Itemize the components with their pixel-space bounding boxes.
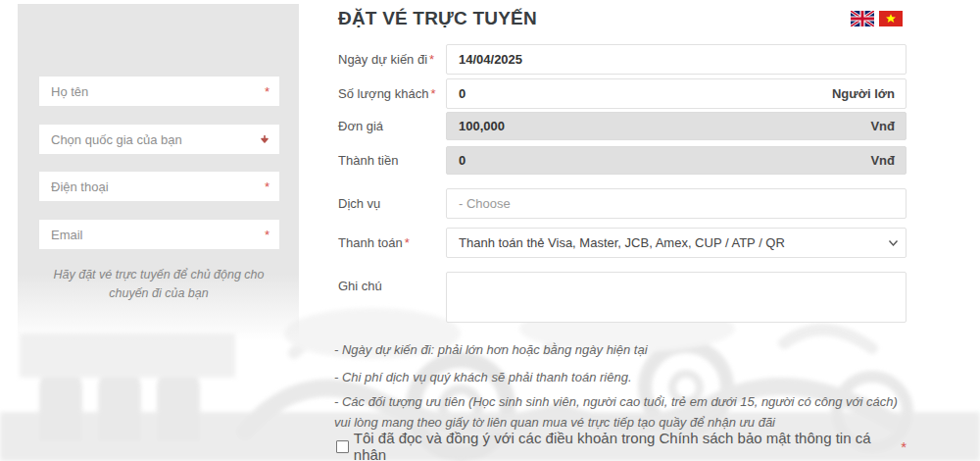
language-switcher (851, 11, 903, 26)
payment-select[interactable] (446, 228, 906, 258)
privacy-agreement[interactable]: Tôi đã đọc và đồng ý với các điều khoản … (336, 430, 906, 461)
phone-input[interactable] (39, 172, 263, 201)
row-unit-price: Đơn giá Vnđ (323, 112, 906, 140)
unit-price-input (446, 112, 906, 140)
row-service: Dịch vụ (323, 188, 906, 219)
notes-textarea[interactable] (446, 272, 906, 323)
booking-form: ĐẶT VÉ TRỰC TUYẾN Ngày dự kiến đi* (323, 0, 906, 461)
field-label: Thanh toán* (323, 228, 446, 258)
field-label: Đơn giá (323, 112, 446, 140)
fullname-field[interactable]: * (39, 77, 279, 106)
instruction-note: - Các đối tượng ưu tiên (Học sinh sinh v… (334, 391, 903, 433)
required-asterisk: * (901, 438, 906, 455)
total-amount-input (446, 146, 906, 175)
country-select-input[interactable] (39, 125, 260, 154)
fullname-input[interactable] (39, 77, 263, 106)
form-header: ĐẶT VÉ TRỰC TUYẾN (323, 8, 906, 29)
country-select[interactable] (39, 125, 279, 154)
sidebar-note: Hãy đặt vé trực tuyến để chủ động cho ch… (47, 266, 270, 303)
instruction-note: - Chi phí dịch vụ quý khách sẽ phải than… (334, 367, 903, 387)
required-asterisk: * (265, 84, 270, 99)
row-total-amount: Thành tiền Vnđ (323, 146, 906, 175)
required-asterisk: * (265, 179, 270, 194)
field-label: Dịch vụ (323, 188, 446, 219)
service-select[interactable] (446, 188, 906, 219)
email-input[interactable] (39, 220, 263, 249)
instruction-note: - Ngày dự kiến đi: phải lớn hơn hoặc bằn… (334, 339, 903, 360)
field-label: Thành tiền (323, 146, 446, 175)
required-asterisk: * (265, 228, 270, 242)
row-notes: Ghi chú (323, 272, 906, 327)
phone-field[interactable]: * (39, 172, 279, 201)
page-title: ĐẶT VÉ TRỰC TUYẾN (338, 8, 537, 29)
field-label: Số lượng khách* (323, 78, 446, 109)
row-payment: Thanh toán* (323, 228, 906, 258)
privacy-agreement-checkbox[interactable] (336, 440, 349, 453)
contact-sidebar: * * * Hãy đặt vé trực tuyến để chủ động … (18, 4, 299, 341)
uk-flag-icon[interactable] (851, 11, 874, 26)
vietnam-flag-icon[interactable] (879, 11, 903, 26)
field-label: Ngày dự kiến đi* (323, 44, 446, 75)
row-departure-date: Ngày dự kiến đi* (323, 44, 906, 75)
chevron-down-icon (260, 134, 270, 144)
email-field[interactable]: * (39, 220, 279, 249)
field-label: Ghi chú (323, 272, 446, 327)
departure-date-input[interactable] (446, 44, 906, 75)
row-guest-quantity: Số lượng khách* Người lớn (323, 78, 906, 109)
privacy-agreement-label: Tôi đã đọc và đồng ý với các điều khoản … (354, 430, 899, 461)
guest-quantity-input[interactable] (446, 78, 906, 109)
